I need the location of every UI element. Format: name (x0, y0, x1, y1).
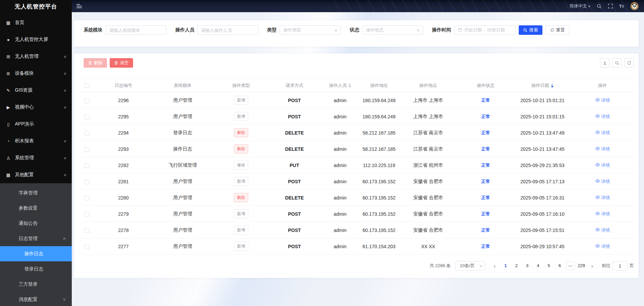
detail-link[interactable]: 详情 (595, 179, 610, 185)
prev-page-button[interactable]: ‹ (491, 263, 499, 269)
column-header-operator[interactable]: 操作人员 (321, 79, 360, 92)
download-icon[interactable] (600, 58, 609, 68)
value: 用户管理 (173, 195, 192, 200)
detail-link[interactable]: 详情 (595, 227, 610, 233)
language-selector[interactable]: 简体中文 ▾ (570, 3, 590, 9)
page-number-button[interactable]: 5 (544, 261, 553, 270)
sidebar-item-drone-manage[interactable]: ⊞无人机管理∨ (0, 48, 72, 65)
sort-asc-icon[interactable] (551, 84, 554, 85)
type-select[interactable]: 操作类型 ∨ (280, 25, 341, 35)
sort-carets-icon[interactable] (348, 84, 351, 88)
detail-link[interactable]: 详情 (595, 211, 610, 217)
column-header-action: 操作 (571, 79, 634, 92)
cell-checkbox (79, 141, 95, 157)
type-tag: 新增 (234, 112, 248, 121)
sidebar-item-big-screen[interactable]: ●无人机管控大屏 (0, 31, 72, 48)
value: 2280 (118, 195, 129, 201)
sidebar-item-log-manage[interactable]: 日志管理∧ (0, 231, 72, 246)
type-filter-label: 类型 (267, 27, 277, 33)
row-checkbox[interactable] (85, 180, 89, 184)
sort-desc-icon[interactable] (348, 86, 351, 88)
pages-more-button[interactable]: ••• (566, 261, 575, 270)
page-number-button[interactable]: 6 (555, 261, 564, 270)
row-checkbox[interactable] (85, 147, 89, 152)
value: 2281 (118, 179, 129, 184)
sort-asc-icon[interactable] (348, 84, 351, 85)
operator-input[interactable] (197, 25, 258, 35)
row-checkbox[interactable] (85, 196, 89, 201)
sidebar-item-param-settings[interactable]: 参数设置 (0, 201, 72, 216)
sidebar-item-dict-manage[interactable]: 字典管理 (0, 185, 72, 201)
sidebar-item-gis-resource[interactable]: ✎GIS资源∨ (0, 82, 72, 99)
table-search-icon[interactable] (612, 58, 622, 68)
sidebar-item-home[interactable]: ▦首页 (0, 14, 72, 31)
row-checkbox[interactable] (85, 98, 89, 103)
fullscreen-icon[interactable] (608, 4, 613, 8)
sidebar-subitem-label: 消息配置 (19, 297, 38, 303)
page-number-button[interactable]: 229 (577, 261, 586, 270)
sidebar-item-third-party-login[interactable]: 三方登录 (0, 277, 72, 292)
select-all-checkbox[interactable] (85, 83, 89, 88)
sidebar-item-label: 其他配置 (15, 172, 34, 178)
reset-button[interactable]: 重置 (545, 25, 570, 35)
row-checkbox[interactable] (85, 115, 89, 119)
detail-link[interactable]: 详情 (595, 195, 610, 201)
sidebar-item-video-center[interactable]: ▶视频中心∨ (0, 99, 72, 116)
sidebar-item-login-log[interactable]: 登录日志 (0, 261, 72, 277)
sidebar-item-label: APP演示 (15, 121, 34, 127)
clear-button[interactable]: 清空 (110, 58, 133, 68)
chevron-down-icon: ∨ (63, 88, 67, 93)
detail-link[interactable]: 详情 (595, 97, 610, 103)
type-tag: 新增 (234, 226, 248, 234)
table-toolbar: 删除 清空 (79, 58, 634, 68)
date-range-picker[interactable]: 开始日期 - 结束日期 (454, 25, 516, 35)
sidebar-item-label: 视频中心 (15, 104, 34, 110)
module-filter-label: 系统模块 (84, 27, 103, 33)
table-refresh-icon[interactable] (624, 58, 634, 68)
detail-link[interactable]: 详情 (595, 243, 610, 250)
table-row: 2295用户管理新增POSTadmin180.159.64.249上海市 上海市… (79, 109, 634, 125)
sidebar-item-system-manage[interactable]: ♙系统管理∨ (0, 149, 72, 166)
sidebar-item-operation-log[interactable]: 操作日志 (0, 246, 72, 261)
detail-link[interactable]: 详情 (595, 162, 610, 168)
sort-carets-icon[interactable] (551, 84, 554, 88)
page-number-button[interactable]: 3 (523, 261, 532, 270)
sidebar-item-other-config[interactable]: ▩其他配置∧ (0, 166, 72, 183)
detail-link[interactable]: 详情 (595, 114, 610, 120)
menu-collapse-icon[interactable] (77, 4, 82, 8)
status-select[interactable]: 操作状态 ∨ (362, 25, 423, 35)
row-checkbox[interactable] (85, 212, 89, 217)
row-checkbox[interactable] (85, 228, 89, 233)
sidebar-item-device-module[interactable]: ≣设备模块∨ (0, 65, 72, 82)
search-icon[interactable] (597, 4, 602, 9)
page-number-button[interactable]: 1 (501, 261, 510, 270)
sidebar-item-notice[interactable]: 通知公告 (0, 216, 72, 231)
search-button[interactable]: 搜索 (519, 25, 542, 35)
eye-icon (595, 98, 600, 103)
sidebar-item-app-demo[interactable]: ▯APP演示 (0, 116, 72, 133)
page-number-button[interactable]: 2 (512, 261, 521, 270)
row-checkbox[interactable] (85, 131, 89, 136)
sidebar-item-message-config[interactable]: 消息配置∨ (0, 292, 72, 306)
font-size-icon[interactable]: Tт (619, 4, 624, 9)
page-size-select[interactable]: 10条/页∨ (455, 261, 485, 270)
value: admin (334, 130, 346, 136)
delete-button[interactable]: 删除 (84, 58, 107, 68)
next-page-button[interactable]: › (588, 263, 596, 269)
cell-status: 正常 (458, 157, 514, 173)
cell-date: 2025-10-21 13:47:49 (514, 125, 571, 141)
value: 60.173.195.152 (363, 228, 395, 233)
goto-page-input[interactable] (613, 261, 627, 270)
cell-location: 安徽省 合肥市 (399, 222, 458, 238)
detail-link[interactable]: 详情 (595, 130, 610, 136)
cell-status: 正常 (458, 109, 514, 125)
sidebar-item-block-report[interactable]: ◔积木报表∨ (0, 133, 72, 149)
column-header-date[interactable]: 操作日期 (514, 79, 571, 92)
row-checkbox[interactable] (85, 244, 89, 249)
row-checkbox[interactable] (85, 163, 89, 168)
sort-desc-icon[interactable] (551, 86, 554, 88)
page-number-button[interactable]: 4 (534, 261, 542, 270)
detail-link[interactable]: 详情 (595, 146, 610, 152)
module-input[interactable] (106, 25, 167, 35)
user-avatar[interactable] (630, 2, 639, 10)
